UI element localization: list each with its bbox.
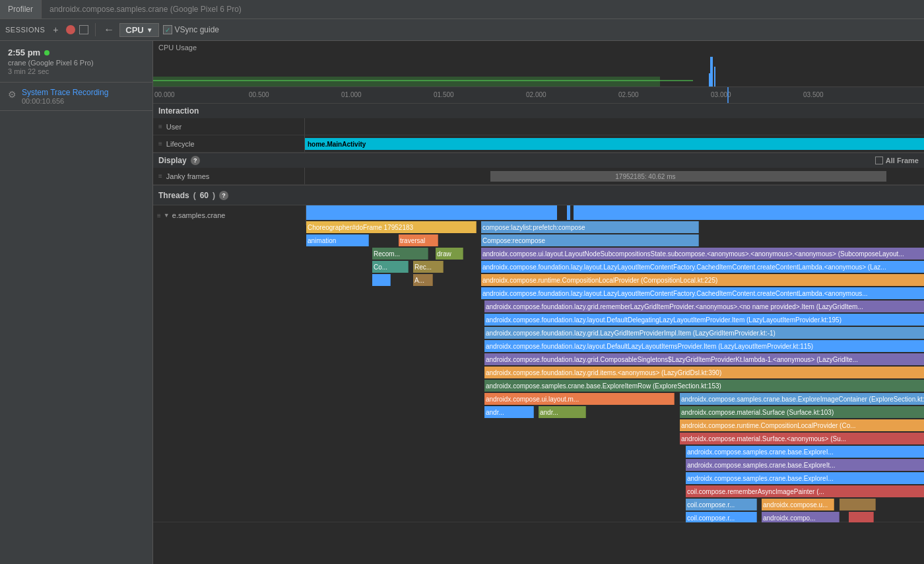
lifecycle-track-content[interactable]: home.MainActivity <box>305 135 924 152</box>
threads-label: Threads <box>158 191 189 200</box>
trace-duration: 00:00:10.656 <box>22 97 108 105</box>
toolbar: SESSIONS + ← CPU ▼ ✓ VSync guide <box>0 19 924 41</box>
flame-row-lazy-content2: androidx.compose.foundation.lazy.layout.… <box>481 287 924 299</box>
cpu-label: CPU <box>125 25 143 35</box>
trace-recording-item[interactable]: ⚙ System Trace Recording 00:00:10.656 <box>0 83 152 111</box>
threads-count: ( <box>193 191 196 200</box>
trace-label: System Trace Recording <box>22 88 108 97</box>
tick-1: 00.500 <box>249 91 269 98</box>
display-header: Display ? All Frame <box>153 153 924 168</box>
thread-name: e.samples.crane <box>172 211 226 219</box>
janky-frames-track: ≡ Janky frames 17952185: 40.62 ms <box>153 168 924 185</box>
flame-row-choreographer: Choreographer#doFrame 17952183 <box>306 221 477 233</box>
janky-bar <box>490 171 886 182</box>
interaction-header: Interaction <box>153 104 924 118</box>
flame-row-explore-item-row: androidx.compose.samples.crane.base.Expl… <box>484 380 924 392</box>
lifecycle-hamburger-icon: ≡ <box>158 140 162 147</box>
expand-icon[interactable]: ▼ <box>164 212 170 219</box>
flame-row-material-surface: androidx.compose.material.Surface (Surfa… <box>680 406 924 418</box>
interaction-label: Interaction <box>158 106 199 116</box>
hamburger-icon: ≡ <box>158 123 162 130</box>
activity-name: home.MainActivity <box>308 141 366 148</box>
back-button[interactable]: ← <box>102 22 116 37</box>
thread-hamburger-icon: ≡ <box>157 212 161 219</box>
live-indicator <box>44 50 50 55</box>
tick-5: 02.500 <box>618 91 639 98</box>
top-bar-gap1 <box>567 205 570 220</box>
display-section: Display ? All Frame ≡ Janky frames 17952… <box>153 153 924 186</box>
session-time-row: 2:55 pm <box>8 48 145 57</box>
profiler-tab[interactable]: Profiler <box>0 0 42 18</box>
flame-row-default-delegating: androidx.compose.foundation.lazy.layout.… <box>484 314 924 326</box>
main-thread-track: ≡ ▼ e.samples.crane Choreographer#doFram… <box>153 205 924 522</box>
user-label-text: User <box>166 123 182 131</box>
tick-4: 02.000 <box>526 91 546 98</box>
flame-row-lazy-content-factory: androidx.compose.foundation.lazy.layout.… <box>481 261 924 273</box>
record-button[interactable] <box>66 25 75 34</box>
flame-row-compose-lazylist: compose:lazylist:prefetch:compose <box>481 221 699 233</box>
threads-help-icon[interactable]: ? <box>219 191 228 200</box>
flame-row-explore-i1: androidx.compose.samples.crane.base.Expl… <box>686 446 924 458</box>
playhead <box>727 87 729 103</box>
add-session-button[interactable]: + <box>49 23 62 36</box>
sidebar: 2:55 pm crane (Google Pixel 6 Pro) 3 min… <box>0 41 153 564</box>
flame-row-rec: Rec... <box>413 261 444 273</box>
janky-frames-content[interactable]: 17952185: 40.62 ms <box>305 168 924 184</box>
lifecycle-label-text: Lifecycle <box>166 140 195 148</box>
stop-button[interactable] <box>79 25 88 34</box>
cpu-usage-label: CPU Usage <box>158 44 197 52</box>
cpu-chart <box>153 52 924 87</box>
session-device: crane (Google Pixel 6 Pro) <box>8 59 145 67</box>
janky-info-text: 17952185: 40.62 ms <box>615 173 675 180</box>
cpu-section: CPU Usage <box>153 41 924 87</box>
all-frames-control[interactable]: All Frame <box>875 157 919 164</box>
all-frames-text: All Frame <box>886 157 919 164</box>
display-info-icon[interactable]: ? <box>191 156 200 165</box>
flame-row-composition-local2: androidx.compose.runtime.CompositionLoca… <box>680 419 924 431</box>
all-frames-checkbox[interactable] <box>875 157 883 164</box>
threads-section: Threads (60) ? ≡ ▼ e.samples.crane <box>153 186 924 564</box>
flame-row-a: A... <box>413 274 433 286</box>
flame-row-draw: draw <box>436 248 463 260</box>
cpu-spike3 <box>709 73 710 87</box>
flame-row-small1 <box>372 274 391 286</box>
flame-row-lazy-grid-remember: androidx.compose.foundation.lazy.grid.re… <box>484 300 924 312</box>
threads-header: Threads (60) ? <box>153 186 924 205</box>
timeline-ruler: 00.000 00.500 01.000 01.500 02.000 02.50… <box>153 87 924 104</box>
flame-row-coil-remember: coil.compose.rememberAsyncImagePainter (… <box>686 485 924 497</box>
flame-row-lazy-grid-impl: androidx.compose.foundation.lazy.grid.La… <box>484 327 924 339</box>
user-track-label: ≡ User <box>153 118 305 135</box>
vsync-toggle[interactable]: ✓ VSync guide <box>163 25 219 34</box>
tick-0: 00.000 <box>154 91 175 98</box>
profiler-tab-label: Profiler <box>8 5 33 14</box>
flame-row-explore-image-container: androidx.compose.samples.crane.base.Expl… <box>680 393 924 405</box>
interaction-section: Interaction ≡ User ≡ Lifecycle home.Main… <box>153 104 924 153</box>
sessions-label: SESSIONS <box>5 26 45 34</box>
flame-row-androidx-compose-u: androidx.compose.u... <box>762 499 834 511</box>
flame-chart-area[interactable]: Choreographer#doFrame 17952183 compose:l… <box>306 205 924 522</box>
flame-row-recompose: Compose:recompose <box>481 234 699 246</box>
cpu-dropdown[interactable]: CPU ▼ <box>119 23 158 37</box>
flame-row-composable-singletons: androidx.compose.foundation.lazy.grid.Co… <box>484 353 924 365</box>
threads-count-num: 60 <box>200 191 209 200</box>
flame-row-explore-i2: androidx.compose.samples.crane.base.Expl… <box>686 472 924 484</box>
vsync-checkbox[interactable]: ✓ <box>163 25 172 34</box>
flame-row-recom: Recom... <box>372 248 428 260</box>
main-tab[interactable]: androidx.compose.samples.crane (Google P… <box>42 0 249 18</box>
main-activity-bar: home.MainActivity <box>305 138 924 150</box>
display-label: Display <box>158 156 187 165</box>
lifecycle-track-label: ≡ Lifecycle <box>153 135 305 152</box>
tick-3: 01.500 <box>434 91 454 98</box>
flame-row-andr2: andr... <box>539 406 586 418</box>
cpu-spike-main <box>710 57 713 87</box>
flame-row-layout-node: androidx.compose.ui.layout.LayoutNodeSub… <box>481 248 924 260</box>
user-track-content[interactable] <box>305 118 924 135</box>
flame-row-coil-r2: coil.compose.r... <box>686 512 757 522</box>
lifecycle-track: ≡ Lifecycle home.MainActivity <box>153 135 924 153</box>
flame-row-andr1: andr... <box>484 406 534 418</box>
cpu-green-fill <box>153 77 660 87</box>
flame-row-default-lazy: androidx.compose.foundation.lazy.layout.… <box>484 340 924 352</box>
flame-row-traversal: traversal <box>399 234 438 246</box>
user-track: ≡ User <box>153 118 924 135</box>
session-info: 2:55 pm crane (Google Pixel 6 Pro) 3 min… <box>0 41 152 83</box>
